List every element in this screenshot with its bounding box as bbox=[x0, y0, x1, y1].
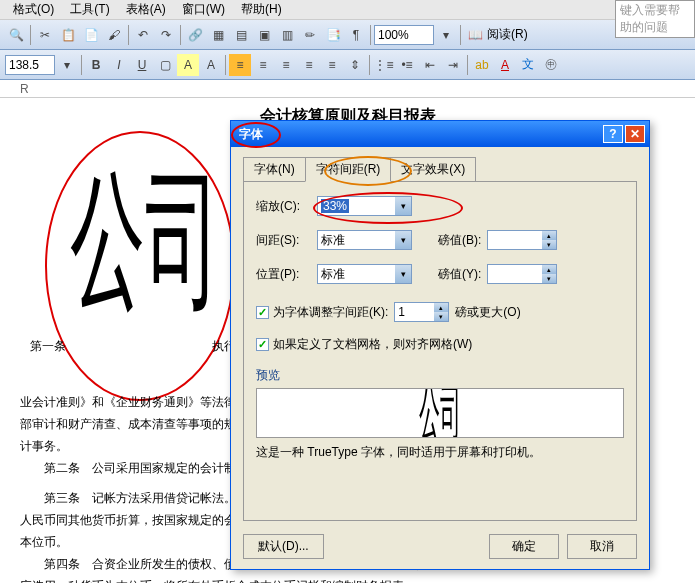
menu-bar: 格式(O) 工具(T) 表格(A) 窗口(W) 帮助(H) 键入需要帮助的问题 bbox=[0, 0, 695, 20]
copy-icon[interactable]: 📋 bbox=[57, 24, 79, 46]
kerning-unit-label: 磅或更大(O) bbox=[455, 304, 520, 321]
checkmark-icon: ✓ bbox=[256, 338, 269, 351]
para-1-prefix: 第一条 bbox=[30, 338, 66, 355]
paste-icon[interactable]: 📄 bbox=[80, 24, 102, 46]
align-right-icon[interactable]: ≡ bbox=[298, 54, 320, 76]
format-painter-icon[interactable]: 🖌 bbox=[103, 24, 125, 46]
zoom-dropdown-icon[interactable]: ▾ bbox=[435, 24, 457, 46]
dec-indent-icon[interactable]: ⇤ bbox=[419, 54, 441, 76]
dialog-titlebar[interactable]: 字体 ? ✕ bbox=[231, 121, 649, 147]
spin-up-icon[interactable]: ▴ bbox=[434, 303, 448, 312]
preview-box: 公司 bbox=[256, 388, 624, 438]
bullets-icon[interactable]: •≡ bbox=[396, 54, 418, 76]
italic-icon[interactable]: I bbox=[108, 54, 130, 76]
close-button[interactable]: ✕ bbox=[625, 125, 645, 143]
font-description: 这是一种 TrueType 字体，同时适用于屏幕和打印机。 bbox=[256, 444, 624, 461]
tab-char-spacing[interactable]: 字符间距(R) bbox=[305, 157, 392, 182]
tab-panel: 缩放(C): 33%▾ 间距(S): 标准▾ 磅值(B): ▴▾ 位置(P): … bbox=[243, 181, 637, 521]
columns-icon[interactable]: ▥ bbox=[276, 24, 298, 46]
spacing-label: 间距(S): bbox=[256, 232, 311, 249]
drawing-icon[interactable]: ✏ bbox=[299, 24, 321, 46]
table-icon[interactable]: ▦ bbox=[207, 24, 229, 46]
pt2-label: 磅值(Y): bbox=[438, 266, 481, 283]
help-button[interactable]: ? bbox=[603, 125, 623, 143]
doc-map-icon[interactable]: 📑 bbox=[322, 24, 344, 46]
menu-table[interactable]: 表格(A) bbox=[118, 0, 174, 20]
snap-grid-checkbox[interactable]: ✓如果定义了文档网格，则对齐网格(W) bbox=[256, 336, 472, 353]
dialog-title: 字体 bbox=[235, 126, 603, 143]
position-label: 位置(P): bbox=[256, 266, 311, 283]
menu-format[interactable]: 格式(O) bbox=[5, 0, 62, 20]
insert-table-icon[interactable]: ▤ bbox=[230, 24, 252, 46]
pt1-label: 磅值(B): bbox=[438, 232, 481, 249]
spin-up-icon[interactable]: ▴ bbox=[542, 231, 556, 240]
standard-toolbar: 🔍 ✂ 📋 📄 🖌 ↶ ↷ 🔗 ▦ ▤ ▣ ▥ ✏ 📑 ¶ 100% ▾ 📖 阅… bbox=[0, 20, 695, 50]
chevron-down-icon[interactable]: ▾ bbox=[395, 231, 411, 249]
tab-font[interactable]: 字体(N) bbox=[243, 157, 306, 182]
preview-label: 预览 bbox=[256, 367, 624, 384]
chevron-down-icon[interactable]: ▾ bbox=[395, 265, 411, 283]
tab-text-effects[interactable]: 文字效果(X) bbox=[390, 157, 476, 182]
read-mode-label[interactable]: 阅读(R) bbox=[487, 26, 528, 43]
zoom-combo[interactable]: 100% bbox=[374, 25, 434, 45]
excel-icon[interactable]: ▣ bbox=[253, 24, 275, 46]
bold-icon[interactable]: B bbox=[85, 54, 107, 76]
numbering-icon[interactable]: ⋮≡ bbox=[373, 54, 395, 76]
line-spacing-icon[interactable]: ⇕ bbox=[344, 54, 366, 76]
align-left-icon[interactable]: ≡ bbox=[252, 54, 274, 76]
cancel-button[interactable]: 取消 bbox=[567, 534, 637, 559]
read-icon[interactable]: 📖 bbox=[464, 24, 486, 46]
inc-indent-icon[interactable]: ⇥ bbox=[442, 54, 464, 76]
ruler: R bbox=[0, 80, 695, 98]
scale-label: 缩放(C): bbox=[256, 198, 311, 215]
fontsize-combo[interactable]: 138.5 bbox=[5, 55, 55, 75]
scaled-text: 公司 bbox=[70, 166, 220, 316]
help-search-input[interactable]: 键入需要帮助的问题 bbox=[615, 0, 695, 38]
chevron-down-icon[interactable]: ▾ bbox=[395, 197, 411, 215]
fontsize-dropdown-icon[interactable]: ▾ bbox=[56, 54, 78, 76]
position-combo[interactable]: 标准▾ bbox=[317, 264, 412, 284]
scale-combo[interactable]: 33%▾ bbox=[317, 196, 412, 216]
asian-layout-icon[interactable]: 文 bbox=[517, 54, 539, 76]
align-center-icon[interactable]: ≡ bbox=[275, 54, 297, 76]
font-color-icon[interactable]: A bbox=[494, 54, 516, 76]
char-border-icon[interactable]: A bbox=[200, 54, 222, 76]
char-shading-icon[interactable]: A bbox=[177, 54, 199, 76]
checkmark-icon: ✓ bbox=[256, 306, 269, 319]
menu-tools[interactable]: 工具(T) bbox=[62, 0, 117, 20]
kerning-spinner[interactable]: 1▴▾ bbox=[394, 302, 449, 322]
kerning-checkbox[interactable]: ✓为字体调整字间距(K): bbox=[256, 304, 388, 321]
spacing-combo[interactable]: 标准▾ bbox=[317, 230, 412, 250]
spin-down-icon[interactable]: ▾ bbox=[434, 312, 448, 321]
underline-icon[interactable]: U bbox=[131, 54, 153, 76]
align-justify-icon[interactable]: ≡ bbox=[321, 54, 343, 76]
spacing-value-spinner[interactable]: ▴▾ bbox=[487, 230, 557, 250]
spin-up-icon[interactable]: ▴ bbox=[542, 265, 556, 274]
font-dialog: 字体 ? ✕ 字体(N) 字符间距(R) 文字效果(X) 缩放(C): 33%▾… bbox=[230, 120, 650, 570]
spin-down-icon[interactable]: ▾ bbox=[542, 240, 556, 249]
menu-help[interactable]: 帮助(H) bbox=[233, 0, 290, 20]
undo-icon[interactable]: ↶ bbox=[132, 24, 154, 46]
default-button[interactable]: 默认(D)... bbox=[243, 534, 324, 559]
spin-down-icon[interactable]: ▾ bbox=[542, 274, 556, 283]
cut-icon[interactable]: ✂ bbox=[34, 24, 56, 46]
show-marks-icon[interactable]: ¶ bbox=[345, 24, 367, 46]
highlight-icon[interactable]: ab bbox=[471, 54, 493, 76]
dialog-tabs: 字体(N) 字符间距(R) 文字效果(X) bbox=[243, 157, 637, 182]
menu-window[interactable]: 窗口(W) bbox=[174, 0, 233, 20]
hyperlink-icon[interactable]: 🔗 bbox=[184, 24, 206, 46]
formatting-toolbar: 138.5 ▾ B I U ▢ A A ≡ ≡ ≡ ≡ ≡ ⇕ ⋮≡ •≡ ⇤ … bbox=[0, 50, 695, 80]
ok-button[interactable]: 确定 bbox=[489, 534, 559, 559]
align-dist-icon[interactable]: ≡ bbox=[229, 54, 251, 76]
position-value-spinner[interactable]: ▴▾ bbox=[487, 264, 557, 284]
border-icon[interactable]: ▢ bbox=[154, 54, 176, 76]
phonetic-icon[interactable]: ㊥ bbox=[540, 54, 562, 76]
search-icon[interactable]: 🔍 bbox=[5, 24, 27, 46]
redo-icon[interactable]: ↷ bbox=[155, 24, 177, 46]
body-line-9: 应选用一种货币为本位币，将所有外币折合成本位币记帐和编制财务报表。 bbox=[20, 575, 675, 583]
